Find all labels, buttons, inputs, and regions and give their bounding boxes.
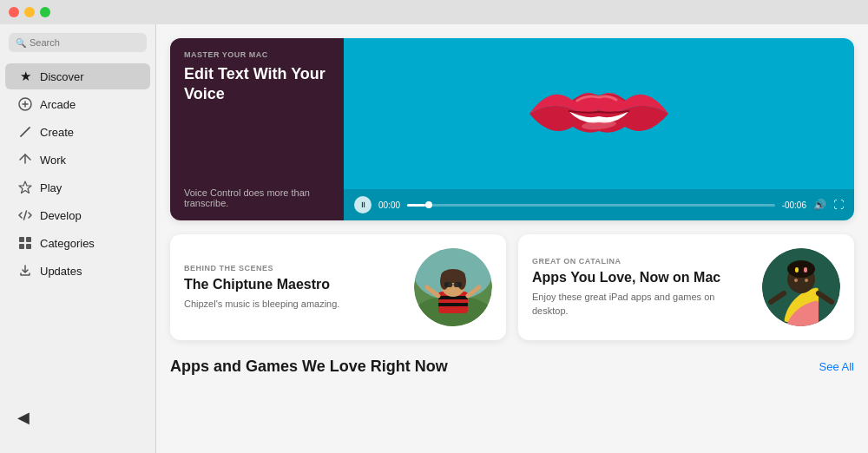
hero-video-panel: ⏸ 00:00 -00:06 🔊 ⛶ — [344, 38, 854, 220]
search-icon: 🔍 — [16, 38, 26, 48]
develop-icon — [17, 207, 33, 223]
ipad-apps-title: Apps You Love, Now on Mac — [532, 269, 752, 286]
close-button[interactable] — [9, 7, 19, 17]
svg-rect-2 — [26, 237, 31, 242]
maximize-button[interactable] — [40, 7, 50, 17]
sidebar: 🔍 ★ Discover Arcade Crea — [0, 24, 156, 453]
chiptune-card-text: BEHIND THE SCENES The Chiptune Maestro C… — [184, 264, 404, 312]
lips-illustration — [503, 57, 694, 170]
control-icons: 🔊 ⛶ — [813, 199, 844, 211]
chiptune-desc: Chipzel's music is bleeping amazing. — [184, 298, 404, 311]
categories-icon — [17, 235, 33, 251]
bottom-row: Apps and Games We Love Right Now See All — [170, 354, 854, 379]
play-label: Play — [40, 181, 62, 194]
chiptune-card[interactable]: BEHIND THE SCENES The Chiptune Maestro C… — [170, 234, 506, 340]
apps-games-title: Apps and Games We Love Right Now — [170, 358, 448, 376]
volume-icon[interactable]: 🔊 — [813, 199, 826, 211]
ipad-apps-card-text: GREAT ON CATALINA Apps You Love, Now on … — [532, 257, 752, 318]
progress-fill — [407, 204, 425, 207]
svg-rect-17 — [454, 282, 462, 287]
svg-rect-11 — [438, 303, 468, 306]
progress-handle[interactable] — [425, 201, 432, 208]
develop-label: Develop — [40, 209, 82, 222]
chiptune-tag: BEHIND THE SCENES — [184, 264, 404, 272]
arcade-label: Arcade — [40, 98, 76, 111]
discover-label: Discover — [40, 70, 84, 83]
svg-rect-4 — [26, 244, 31, 249]
hero-tag: MASTER YOUR MAC — [184, 50, 330, 59]
sidebar-item-develop[interactable]: Develop — [5, 202, 150, 228]
sidebar-item-work[interactable]: Work — [5, 147, 150, 173]
svg-point-27 — [794, 279, 798, 282]
play-icon — [17, 180, 33, 195]
chiptune-person-illustration — [414, 248, 492, 326]
svg-rect-3 — [19, 244, 24, 249]
ipad-apps-card[interactable]: GREAT ON CATALINA Apps You Love, Now on … — [518, 234, 854, 340]
main-content: MASTER YOUR MAC Edit Text With Your Voic… — [156, 24, 868, 453]
search-input[interactable] — [30, 37, 140, 48]
sidebar-item-play[interactable]: Play — [5, 174, 150, 200]
svg-rect-16 — [444, 282, 452, 287]
svg-rect-1 — [19, 237, 24, 242]
sidebar-item-updates[interactable]: Updates — [5, 258, 150, 284]
sidebar-item-categories[interactable]: Categories — [5, 230, 150, 256]
work-icon — [17, 152, 33, 167]
updates-icon — [17, 263, 33, 279]
pause-button[interactable]: ⏸ — [354, 196, 372, 213]
hero-description: Voice Control does more than transcribe. — [184, 187, 330, 208]
time-end: -00:06 — [782, 200, 806, 210]
chiptune-title: The Chiptune Maestro — [184, 276, 404, 292]
ipad-apps-desc: Enjoy these great iPad apps and games on… — [532, 291, 752, 318]
sidebar-item-create[interactable]: Create — [5, 119, 150, 145]
title-bar — [0, 0, 868, 24]
fullscreen-icon[interactable]: ⛶ — [833, 199, 844, 211]
svg-rect-30 — [804, 267, 807, 272]
hero-video-area — [344, 38, 854, 189]
cards-row: BEHIND THE SCENES The Chiptune Maestro C… — [170, 234, 854, 340]
ipad-apps-image — [762, 248, 840, 326]
svg-rect-29 — [795, 267, 799, 272]
svg-point-26 — [787, 260, 815, 278]
create-icon — [17, 124, 33, 140]
cursor-area: ◀ — [0, 285, 155, 444]
updates-label: Updates — [40, 265, 82, 278]
create-label: Create — [40, 126, 74, 139]
arcade-icon — [17, 96, 33, 112]
categories-label: Categories — [40, 237, 95, 250]
progress-bar[interactable] — [407, 204, 775, 207]
sidebar-item-arcade[interactable]: Arcade — [5, 91, 150, 117]
see-all-button[interactable]: See All — [819, 360, 854, 373]
time-start: 00:00 — [378, 200, 400, 210]
work-label: Work — [40, 154, 66, 167]
search-box[interactable]: 🔍 — [9, 33, 147, 52]
discover-icon: ★ — [17, 69, 33, 84]
ipad-apps-person-illustration — [762, 248, 840, 326]
ipad-apps-tag: GREAT ON CATALINA — [532, 257, 752, 266]
svg-point-28 — [805, 279, 808, 282]
sidebar-item-discover[interactable]: ★ Discover — [5, 63, 150, 89]
cursor-pointer: ◀ — [17, 408, 30, 427]
hero-section: MASTER YOUR MAC Edit Text With Your Voic… — [170, 38, 854, 220]
hero-left-panel: MASTER YOUR MAC Edit Text With Your Voic… — [170, 38, 344, 220]
chiptune-image — [414, 248, 492, 326]
minimize-button[interactable] — [24, 7, 35, 17]
app-container: 🔍 ★ Discover Arcade Crea — [0, 24, 868, 453]
video-controls[interactable]: ⏸ 00:00 -00:06 🔊 ⛶ — [344, 189, 854, 220]
hero-title: Edit Text With Your Voice — [184, 64, 330, 105]
